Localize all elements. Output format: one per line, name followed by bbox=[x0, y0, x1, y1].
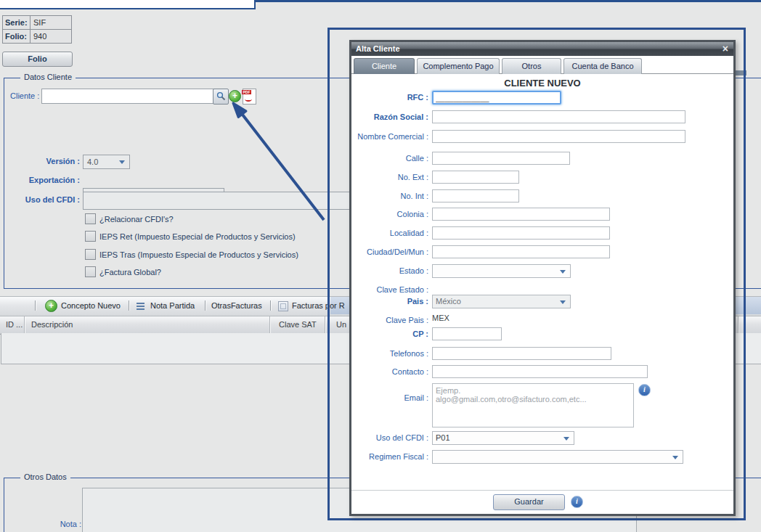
serie-label: Serie: bbox=[3, 16, 30, 29]
cliente-label: Cliente : bbox=[10, 91, 39, 100]
regimen-fiscal-select[interactable] bbox=[432, 450, 683, 464]
cp-label: CP : bbox=[353, 327, 432, 338]
pais-select[interactable]: México bbox=[432, 295, 571, 308]
colonia-input[interactable] bbox=[432, 208, 610, 221]
ciudad-label: Ciudad/Del/Mun : bbox=[353, 245, 432, 256]
tab-otros[interactable]: Otros bbox=[502, 58, 561, 74]
cp-input[interactable] bbox=[432, 327, 502, 340]
top-panel-edge bbox=[0, 0, 256, 9]
calle-label: Calle : bbox=[353, 152, 432, 163]
relacionar-cfdi-label: ¿Relacionar CFDI's? bbox=[99, 215, 174, 224]
localidad-input[interactable] bbox=[432, 226, 610, 240]
grid-box-icon bbox=[278, 301, 288, 311]
folio-label: Folio: bbox=[3, 30, 30, 43]
ieps-tras-label: IEPS Tras (Impuesto Especial de Producto… bbox=[99, 250, 298, 259]
razon-social-input[interactable] bbox=[432, 110, 685, 123]
email-label: Email : bbox=[353, 383, 432, 402]
chevron-down-icon bbox=[119, 160, 125, 167]
list-icon bbox=[137, 303, 145, 304]
estado-label: Estado : bbox=[353, 264, 432, 275]
chevron-down-icon bbox=[560, 270, 566, 277]
relacionar-cfdi-checkbox[interactable] bbox=[85, 213, 96, 224]
col-descripcion[interactable]: Descripción bbox=[31, 320, 73, 329]
guardar-button[interactable]: Guardar bbox=[493, 494, 565, 510]
no-ext-label: No. Ext : bbox=[353, 171, 432, 181]
clave-pais-value: MEX bbox=[432, 314, 449, 322]
col-id[interactable]: ID ... bbox=[6, 320, 23, 329]
chevron-down-icon bbox=[563, 437, 569, 443]
ieps-tras-checkbox[interactable] bbox=[85, 249, 96, 260]
factura-global-checkbox[interactable] bbox=[85, 266, 96, 277]
nota-label: Nota : bbox=[51, 520, 81, 528]
no-ext-input[interactable] bbox=[432, 171, 519, 184]
colonia-label: Colonia : bbox=[353, 208, 432, 218]
ieps-ret-checkbox[interactable] bbox=[85, 231, 96, 242]
top-border-line bbox=[256, 0, 761, 2]
factura-global-label: ¿Factura Global? bbox=[99, 268, 161, 277]
tab-cliente[interactable]: Cliente bbox=[354, 58, 415, 74]
rfc-label: RFC : bbox=[353, 91, 432, 102]
search-client-button[interactable] bbox=[213, 89, 229, 105]
email-placeholder: Ejemp. bbox=[436, 386, 633, 395]
folio-value: 940 bbox=[30, 30, 46, 43]
regimen-fiscal-label: Regimen Fiscal : bbox=[353, 450, 432, 461]
serie-row: Serie: SIF bbox=[3, 16, 71, 29]
info-icon[interactable]: i bbox=[638, 384, 651, 396]
search-icon bbox=[216, 91, 226, 101]
tab-complemento-pago[interactable]: Complemento Pago bbox=[417, 58, 500, 74]
uso-cfdi-modal-select[interactable]: P01 bbox=[432, 431, 574, 445]
dialog-tabs: Cliente Complemento Pago Otros Cuenta de… bbox=[351, 56, 733, 74]
tab-cuenta-de-banco[interactable]: Cuenta de Banco bbox=[563, 58, 642, 74]
col-unidad[interactable]: Un bbox=[336, 320, 346, 329]
facturas-por-button[interactable]: Facturas por R bbox=[292, 301, 345, 310]
uso-cfdi-modal-label: Uso del CFDI : bbox=[353, 431, 432, 442]
calle-input[interactable] bbox=[432, 152, 570, 165]
telefonos-label: Telefonos : bbox=[353, 347, 432, 358]
dialog-titlebar[interactable]: Alta Cliente × bbox=[351, 42, 733, 56]
nombre-comercial-input[interactable] bbox=[432, 130, 685, 143]
dialog-footer: Guardar i bbox=[351, 490, 733, 514]
contacto-label: Contacto : bbox=[353, 365, 432, 376]
uso-cfdi-label: Uso del CFDI : bbox=[0, 195, 80, 204]
folio-button[interactable]: Folio bbox=[2, 52, 73, 67]
no-int-input[interactable] bbox=[432, 189, 519, 202]
email-textarea[interactable]: Ejemp. algo@gmail.com,otro@sifacturo.com… bbox=[432, 383, 634, 427]
clave-pais-label: Clave Pais : bbox=[353, 314, 432, 324]
serie-value: SIF bbox=[30, 16, 46, 29]
app-window: Serie: SIF Folio: 940 Folio Datos Client… bbox=[0, 0, 761, 532]
chevron-down-icon bbox=[672, 456, 678, 462]
razon-social-label: Razón Social : bbox=[353, 110, 432, 121]
nota-partida-button[interactable]: Nota Partida bbox=[150, 301, 195, 310]
chevron-down-icon bbox=[560, 300, 566, 307]
pdf-icon[interactable]: PDF bbox=[243, 89, 256, 105]
col-clave-sat[interactable]: Clave SAT bbox=[279, 320, 317, 329]
background-panel-fragment bbox=[736, 70, 746, 75]
ieps-ret-label: IEPS Ret (Impuesto Especial de Productos… bbox=[99, 232, 296, 241]
nombre-comercial-label: Nombre Comercial : bbox=[353, 130, 432, 141]
alta-cliente-dialog: Alta Cliente × Cliente Complemento Pago … bbox=[349, 40, 736, 516]
contacto-input[interactable] bbox=[432, 365, 648, 378]
ciudad-input[interactable] bbox=[432, 245, 610, 258]
version-label: Versión : bbox=[15, 157, 80, 165]
close-icon[interactable]: × bbox=[723, 42, 728, 56]
cliente-input[interactable] bbox=[41, 89, 216, 104]
add-client-icon[interactable]: + bbox=[229, 90, 241, 102]
telefonos-input[interactable] bbox=[432, 347, 611, 360]
concepto-nuevo-button[interactable]: Concepto Nuevo bbox=[61, 301, 121, 310]
otras-facturas-button[interactable]: OtrasFacturas bbox=[211, 301, 262, 310]
dialog-heading: CLIENTE NUEVO bbox=[351, 78, 733, 89]
info-icon[interactable]: i bbox=[571, 496, 583, 508]
datos-cliente-legend: Datos Cliente bbox=[20, 73, 76, 81]
clave-estado-label: Clave Estado : bbox=[353, 283, 432, 294]
estado-select[interactable] bbox=[432, 264, 571, 278]
rfc-input[interactable] bbox=[432, 91, 561, 105]
dialog-title: Alta Cliente bbox=[356, 44, 400, 53]
localidad-label: Localidad : bbox=[353, 226, 432, 237]
folio-row: Folio: 940 bbox=[3, 29, 71, 43]
serie-folio-table: Serie: SIF Folio: 940 bbox=[2, 15, 72, 44]
exportacion-label: Exportación : bbox=[0, 176, 80, 184]
otros-datos-legend: Otros Datos bbox=[20, 472, 70, 481]
version-select[interactable]: 4.0 bbox=[83, 155, 130, 169]
pais-label: Pais : bbox=[353, 295, 432, 306]
plus-circle-icon: + bbox=[45, 300, 57, 312]
